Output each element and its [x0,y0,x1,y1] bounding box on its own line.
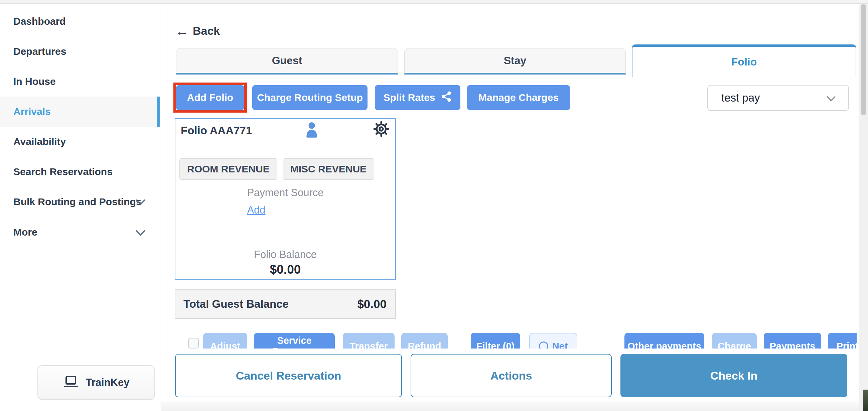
back-button[interactable]: ← Back [176,24,220,37]
split-rates-button[interactable]: Split Rates [375,85,460,110]
person-icon[interactable] [306,122,318,139]
top-edge-strip [0,0,868,4]
charge-routing-setup-button[interactable]: Charge Routing Setup [252,85,368,110]
tab-folio[interactable]: Folio [632,44,856,77]
sidebar-item-label: More [13,226,37,238]
split-rates-label: Split Rates [383,92,435,103]
sidebar-item-more[interactable]: More [0,217,160,247]
laptop-icon [63,376,79,390]
sidebar-item-search-reservations[interactable]: Search Reservations [0,157,160,187]
app-root: { "colors": { "accent_blue": "#5c95ea", … [0,0,868,411]
scrollbar-thumb[interactable] [861,4,866,115]
cancel-reservation-button[interactable]: Cancel Reservation [175,354,402,397]
chip-misc-revenue: MISC REVENUE [283,158,374,180]
folio-title: Folio AAA771 [181,124,252,137]
chevron-down-icon [136,226,146,236]
net-toggle-button[interactable]: Net [529,333,577,349]
sidebar-item-label: Search Reservations [13,166,113,178]
payment-source-block: Payment Source Add [176,187,395,216]
tab-label: Guest [272,55,302,67]
adjust-button[interactable]: Adjust [203,333,247,349]
payment-method-dropdown[interactable]: test pay [707,85,849,111]
chevron-down-icon [827,92,836,101]
tab-stay[interactable]: Stay [404,48,626,74]
sidebar-item-departures[interactable]: Departures [0,36,160,66]
bottom-edge-strip [161,401,859,411]
chip-room-revenue: ROOM REVENUE [179,158,277,180]
back-arrow-icon: ← [176,25,189,37]
sidebar-item-label: Arrivals [13,106,51,117]
manage-charges-label: Manage Charges [478,92,559,103]
page-scrollbar[interactable] [859,4,868,411]
sidebar-item-dashboard[interactable]: Dashboard [0,6,160,36]
share-icon [441,91,452,104]
payment-source-label: Payment Source [247,187,323,199]
revenue-chips: ROOM REVENUE MISC REVENUE [179,158,374,180]
check-in-button[interactable]: Check In [620,354,847,397]
charges-actions-strip: Adjust Service Recovery Transfer Refund … [174,333,857,349]
total-guest-balance-value: $0.00 [357,297,395,311]
back-label: Back [193,24,220,37]
add-folio-button[interactable]: Add Folio [176,85,244,110]
highlight-red-box: Add Folio [174,83,247,113]
add-folio-label: Add Folio [187,92,233,103]
sidebar-item-label: Availability [13,136,66,147]
folio-balance-value: $0.00 [176,263,395,277]
sidebar-item-label: Dashboard [13,16,66,27]
tab-label: Folio [731,56,757,68]
payments-button[interactable]: Payments [764,333,821,349]
charge-routing-label: Charge Routing Setup [257,92,363,103]
total-guest-balance-label: Total Guest Balance [176,298,357,310]
sidebar-item-in-house[interactable]: In House [0,66,160,97]
background-corner-fragment [863,390,868,411]
service-recovery-button[interactable]: Service Recovery [254,333,335,349]
total-guest-balance-row: Total Guest Balance $0.00 [175,289,396,319]
circle-icon [539,342,548,349]
tab-guest[interactable]: Guest [176,48,398,74]
print-button[interactable]: Print [828,333,857,349]
add-payment-source-link[interactable]: Add [247,204,265,216]
sidebar-item-label: Departures [13,46,66,57]
sidebar-nav: Dashboard Departures In House Arrivals A… [0,6,160,247]
manage-charges-button[interactable]: Manage Charges [467,85,570,110]
sidebar-item-arrivals[interactable]: Arrivals [0,97,160,127]
folio-card[interactable]: Folio AAA771 [175,118,396,280]
refund-button[interactable]: Refund [401,333,448,349]
sidebar-item-availability[interactable]: Availability [0,127,160,157]
sidebar-item-label: In House [13,76,56,87]
transfer-button[interactable]: Transfer [343,333,395,349]
main-content: ← Back Guest Stay Folio Add Folio Charge… [161,4,859,411]
sidebar: Dashboard Departures In House Arrivals A… [0,4,160,411]
trainkey-button[interactable]: TrainKey [37,365,155,400]
folio-balance-label: Folio Balance [176,249,395,261]
filter-button[interactable]: Filter (0) [471,333,520,349]
active-indicator-bar [157,97,160,127]
trainkey-label: TrainKey [86,377,130,389]
payment-method-value: test pay [708,92,828,104]
charge-button[interactable]: Charge [712,333,757,349]
actions-button[interactable]: Actions [411,354,612,397]
tab-label: Stay [504,55,527,67]
sidebar-item-bulk-routing[interactable]: Bulk Routing and Postings [0,187,160,217]
sidebar-item-label: Bulk Routing and Postings [13,196,141,208]
gear-icon[interactable] [373,120,390,139]
select-all-checkbox[interactable] [188,338,199,349]
other-payments-button[interactable]: Other payments [624,333,704,349]
